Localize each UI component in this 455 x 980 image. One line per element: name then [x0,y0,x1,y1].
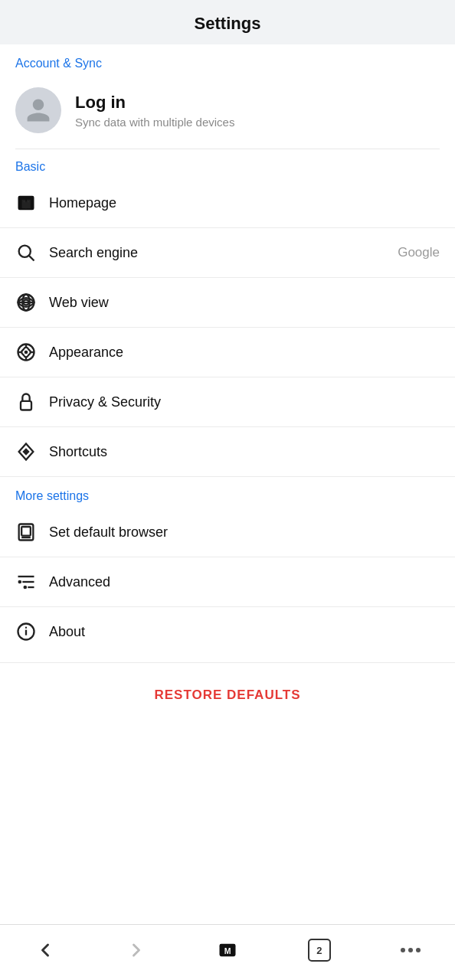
shortcuts-label: Shortcuts [49,444,440,460]
svg-rect-16 [21,527,31,536]
homepage-icon: M [15,192,49,214]
appearance-icon [15,341,49,363]
about-icon [15,621,49,642]
restore-section: RESTORE DEFAULTS [0,662,455,721]
shortcuts-item[interactable]: Shortcuts [0,426,455,476]
forward-button[interactable] [116,935,156,965]
restore-defaults-button[interactable]: RESTORE DEFAULTS [154,688,300,703]
svg-point-25 [25,627,26,628]
svg-point-2 [19,246,31,257]
privacy-security-label: Privacy & Security [49,394,440,410]
default-browser-item[interactable]: Set default browser [0,508,455,557]
tabs-badge: 2 [308,939,331,962]
svg-point-22 [24,586,28,590]
search-engine-label: Search engine [49,245,398,261]
settings-content: Account & Sync Log in Sync data with mul… [0,44,455,924]
bottom-nav: M 2 [0,924,455,980]
home-button[interactable]: M [208,935,247,965]
avatar [15,87,61,133]
web-view-item[interactable]: Web view [0,277,455,327]
svg-rect-14 [21,401,31,410]
page-title: Settings [195,14,261,33]
more-dots-icon [401,948,421,952]
default-browser-icon [15,521,49,543]
login-row[interactable]: Log in Sync data with multiple devices [0,77,455,149]
privacy-security-item[interactable]: Privacy & Security [0,377,455,426]
appearance-item[interactable]: Appearance [0,327,455,377]
tab-count: 2 [308,939,331,962]
privacy-icon [15,391,49,413]
svg-point-21 [18,580,22,584]
account-sync-label: Account & Sync [0,44,455,77]
more-settings-label: More settings [0,476,455,508]
advanced-label: Advanced [49,574,440,590]
advanced-icon [15,571,49,593]
about-label: About [49,624,440,640]
login-text: Log in Sync data with multiple devices [75,93,234,129]
web-view-label: Web view [49,295,440,311]
appearance-label: Appearance [49,345,440,361]
svg-text:M: M [22,198,31,210]
back-button[interactable] [25,935,65,965]
login-subtitle: Sync data with multiple devices [75,116,234,129]
header: Settings [0,0,455,44]
svg-text:M: M [224,946,231,956]
login-title: Log in [75,93,234,113]
advanced-item[interactable]: Advanced [0,557,455,606]
tabs-button[interactable]: 2 [299,934,340,966]
homepage-label: Homepage [49,195,440,211]
svg-line-3 [29,256,34,260]
search-engine-value: Google [398,245,440,260]
default-browser-label: Set default browser [49,524,440,541]
shortcuts-icon [15,441,49,462]
more-button[interactable] [391,943,430,957]
search-icon [15,242,49,263]
basic-label: Basic [0,149,455,178]
webview-icon [15,292,49,313]
homepage-item[interactable]: M Homepage [0,178,455,227]
svg-point-9 [25,351,28,354]
about-item[interactable]: About [0,606,455,656]
search-engine-item[interactable]: Search engine Google [0,227,455,277]
